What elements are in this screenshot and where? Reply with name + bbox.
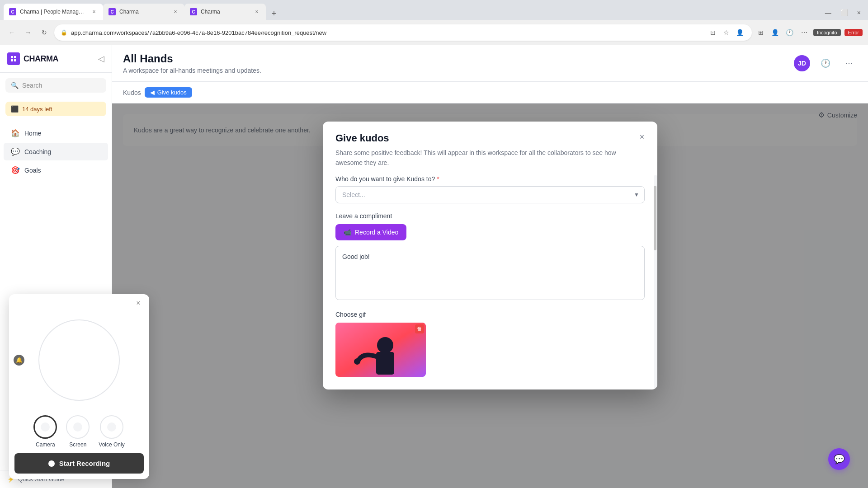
breadcrumb-parent: Kudos xyxy=(123,89,141,96)
error-badge: Error xyxy=(844,29,863,36)
profile-avatar-icon[interactable]: 👤 xyxy=(770,27,781,38)
gif-image[interactable] xyxy=(335,323,426,377)
main-header-right: JD 🕐 ⋯ xyxy=(794,55,857,71)
gif-section: Choose gif xyxy=(335,311,645,379)
tab-favicon-3: C xyxy=(190,8,197,15)
screen-button[interactable] xyxy=(66,415,90,439)
goals-icon: 🎯 xyxy=(11,166,20,174)
trial-text: 14 days left xyxy=(22,106,52,113)
user-avatar[interactable]: JD xyxy=(794,55,810,71)
modal-backdrop[interactable]: Give kudos Share some positive feedback!… xyxy=(112,103,868,488)
tab-2[interactable]: C Charma × xyxy=(103,4,184,20)
breadcrumb-current[interactable]: ◀ Give kudos xyxy=(145,87,192,98)
camera-control[interactable]: Camera xyxy=(33,415,57,448)
camera-button-inner xyxy=(41,422,50,432)
reload-button[interactable]: ↻ xyxy=(38,26,51,39)
tab-1[interactable]: C Charma | People Management ... × xyxy=(4,4,103,20)
page-title: All Hands xyxy=(123,52,261,65)
main-header: All Hands A workspace for all-hands meet… xyxy=(112,45,868,82)
modal-close-button[interactable]: × xyxy=(636,131,648,143)
star-icon[interactable]: ☆ xyxy=(721,27,732,38)
forward-button[interactable]: → xyxy=(22,26,34,39)
start-recording-button[interactable]: Start Recording xyxy=(14,453,144,474)
trial-icon: ⬛ xyxy=(11,105,19,113)
back-button[interactable]: ← xyxy=(5,26,18,39)
camera-label: Camera xyxy=(36,441,55,448)
close-button[interactable]: × xyxy=(854,7,864,18)
recording-widget: × 🔔 Camera Screen Voice Only Start Recor… xyxy=(9,294,149,479)
screen-control[interactable]: Screen xyxy=(66,415,90,448)
logo-text: CHARMA xyxy=(24,54,58,64)
logo-icon xyxy=(7,52,20,65)
tab-close-1[interactable]: × xyxy=(90,8,98,15)
tab-close-3[interactable]: × xyxy=(253,8,260,15)
tab-close-2[interactable]: × xyxy=(172,8,179,15)
address-text: app.charma.com/workspaces/7a2bb9a6-e096-… xyxy=(71,29,704,36)
camera-preview: 🔔 xyxy=(9,310,149,410)
search-placeholder: Search xyxy=(22,82,42,89)
browser-chrome: C Charma | People Management ... × C Cha… xyxy=(0,0,868,45)
scroll-thumb xyxy=(654,186,656,250)
notification-indicator: 🔔 xyxy=(14,355,24,366)
record-video-button[interactable]: 📹 Record a Video xyxy=(335,224,406,240)
recording-dot-icon xyxy=(48,460,55,467)
svg-rect-6 xyxy=(376,352,394,375)
sidebar-item-home-label: Home xyxy=(24,130,41,137)
maximize-button[interactable]: ⬜ xyxy=(837,7,852,18)
gif-preview: 🗑 xyxy=(335,323,426,377)
screen-label: Screen xyxy=(69,441,86,448)
more-header-icon[interactable]: ⋯ xyxy=(841,55,857,71)
widget-header: × xyxy=(9,294,149,310)
svg-point-5 xyxy=(377,337,393,353)
cast-icon[interactable]: ⊡ xyxy=(708,27,718,38)
tab-label-1: Charma | People Management ... xyxy=(20,9,87,15)
gif-delete-button[interactable]: 🗑 xyxy=(415,324,424,333)
sidebar-collapse-button[interactable]: ◁ xyxy=(98,54,104,64)
tab-favicon-1: C xyxy=(9,8,16,15)
svg-rect-0 xyxy=(11,56,13,58)
more-options-icon[interactable]: ⋯ xyxy=(799,27,810,38)
minimize-button[interactable]: — xyxy=(821,7,835,18)
new-tab-button[interactable]: + xyxy=(268,7,280,20)
search-icon: 🔍 xyxy=(11,82,19,89)
clock-header-icon[interactable]: 🕐 xyxy=(817,55,834,71)
recording-controls: Camera Screen Voice Only xyxy=(9,410,149,450)
record-video-label: Record a Video xyxy=(355,229,398,236)
record-video-icon: 📹 xyxy=(344,229,351,236)
tab-favicon-2: C xyxy=(108,8,116,15)
modal-description: Share some positive feedback! This will … xyxy=(335,148,645,168)
sidebar-item-goals[interactable]: 🎯 Goals xyxy=(4,161,108,179)
address-bar-row: ← → ↻ 🔒 app.charma.com/workspaces/7a2bb9… xyxy=(0,20,868,45)
svg-point-7 xyxy=(354,358,360,365)
search-bar[interactable]: 🔍 Search xyxy=(5,78,106,93)
address-icons: ⊡ ☆ 👤 xyxy=(708,27,745,38)
scroll-track xyxy=(654,175,657,389)
modal-scrollbar[interactable] xyxy=(654,175,657,389)
address-bar[interactable]: 🔒 app.charma.com/workspaces/7a2bb9a6-e09… xyxy=(54,24,752,41)
voice-only-control[interactable]: Voice Only xyxy=(99,415,124,448)
who-form-group: Who do you want to give Kudos to? * Sele… xyxy=(335,175,645,203)
who-label: Who do you want to give Kudos to? * xyxy=(335,175,645,183)
compliment-textarea[interactable]: Good job! xyxy=(335,246,645,300)
modal-dialog: Give kudos Share some positive feedback!… xyxy=(323,122,657,389)
compliment-form-group: Leave a compliment 📹 Record a Video Good… xyxy=(335,212,645,302)
main-header-left: All Hands A workspace for all-hands meet… xyxy=(123,52,261,74)
breadcrumb-bar: Kudos ◀ Give kudos xyxy=(112,82,868,103)
home-icon: 🏠 xyxy=(11,129,20,137)
tab-bar: C Charma | People Management ... × C Cha… xyxy=(0,0,868,20)
sidebar-item-coaching-label: Coaching xyxy=(24,148,51,155)
gif-label: Choose gif xyxy=(335,311,645,318)
sidebar-item-coaching[interactable]: 💬 Coaching xyxy=(4,143,108,160)
profile-icon[interactable]: 👤 xyxy=(735,27,745,38)
chat-bubble-button[interactable]: 💬 xyxy=(828,448,850,470)
sidebar-item-home[interactable]: 🏠 Home xyxy=(4,124,108,142)
svg-rect-2 xyxy=(11,59,13,61)
recipient-select[interactable]: Select... xyxy=(335,186,645,203)
widget-close-button[interactable]: × xyxy=(133,298,144,309)
extension-icon[interactable]: ⊞ xyxy=(755,27,766,38)
clock-icon[interactable]: 🕐 xyxy=(784,27,795,38)
voice-only-button[interactable] xyxy=(100,415,123,439)
camera-button[interactable] xyxy=(33,415,57,439)
tab-3[interactable]: C Charma × xyxy=(184,4,266,20)
coaching-icon: 💬 xyxy=(11,147,20,156)
